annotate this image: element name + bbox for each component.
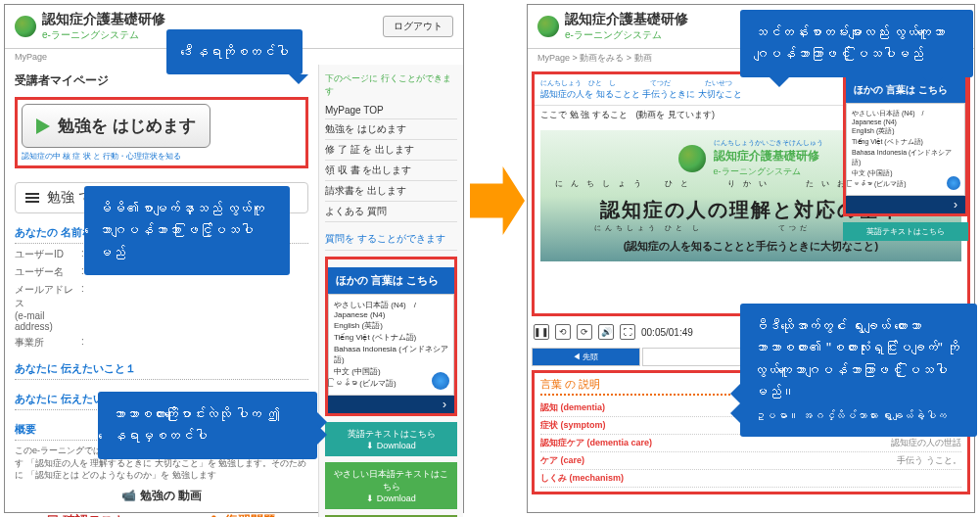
sb-link-1[interactable]: 勉強を はじめます [325,119,457,140]
bottom-links: ☑ 確認テスト ✎ 復習問題 [15,512,308,517]
pause-button[interactable]: ❚❚ [534,324,549,340]
lang-arrow-r[interactable]: › [846,196,965,213]
kw-row-2: 認知症ケア (dementia care)認知症の人の世話 [540,435,961,452]
lang-header: ほかの 言葉は こちら [328,267,454,294]
play-icon [36,118,50,134]
logo-icon [537,16,559,37]
volume-button[interactable]: 🔊 [598,324,614,340]
logo-icon [678,145,706,172]
sidebar-right: 勉強を することができます ほかの 言葉は こちら やさしい日本語 (N4) /… [843,52,968,241]
fullscreen-button[interactable]: ⛶ [620,324,635,340]
right-screenshot: 認知症介護基礎研修 e-ラーニングシステム MyPage > 動画をみる > 動… [527,4,975,513]
lang-2[interactable]: Tiếng Việt (ベトナム語) [334,332,448,343]
sb-link-5[interactable]: よくある 質問 [325,202,457,222]
sidebar: 下のページに 行くことができます MyPage TOP 勉強を はじめます 修 … [318,65,463,517]
sidebar-question[interactable]: 質問を することができます [325,228,457,251]
sb-link-4[interactable]: 請求書を 出します [325,181,457,202]
check-icon: ☑ [47,513,59,517]
review-questions-link[interactable]: ✎ 復習問題 [210,512,276,517]
rewind-button[interactable]: ⟲ [555,324,571,340]
start-label: 勉強を はじめます [58,115,196,137]
callout-3: ဘာသာစကားကိုပြောင်းလဲလို ပါက ဤနေရာမှစတင်ပ… [98,392,317,459]
form-dept: 事業所: [15,336,308,350]
lang-list[interactable]: やさしい日本語 (N4) / Japanese (N4) English (英語… [328,294,454,396]
sidebar-caption: 下のページに 行くことができます [325,72,457,98]
start-redbox: 勉強を はじめます 認知症の中 核 症 状 と 行動・心理症状を知る [15,97,308,168]
start-study-button[interactable]: 勉強を はじめます [22,104,210,148]
nav-first[interactable]: ◀ 先頭 [532,348,640,366]
callout-1: ဒီနေရာကိုစတင်ပါ [166,29,303,74]
logo-icon [15,16,36,37]
lang-arrow[interactable]: › [328,396,454,413]
video-heading: 📹 勉強の 動画 [15,488,308,504]
globe-icon [947,176,960,190]
logout-button[interactable]: ログアウト [383,16,453,37]
lang-0[interactable]: やさしい日本語 (N4) / Japanese (N4) [334,300,448,319]
lang-4[interactable]: 中文 (中国語) [334,366,448,377]
callout-5: ဗီဒီယိုအောက်တွင် ရွေးချယ် ထားသောဘာသာစကား… [740,304,977,437]
kw-row-4: しくみ (mechanism) [540,470,961,488]
lang-redbox-r: ほかの 言葉は こちら やさしい日本語 (N4) / Japanese (N4)… [843,67,968,216]
app-title: 認知症介護基礎研修 [42,11,377,28]
form-email: メールアドレス (e-mail address): [15,283,308,332]
lang-list-r[interactable]: やさしい日本語 (N4) / Japanese (N4) English (英語… [846,103,965,196]
page-title: 受講者マイページ [15,72,308,89]
dl-english[interactable]: 英語テキストはこちら⬇ Download [325,422,457,456]
paren-line: (認知症の人を知ることとと手伝うときに大切なこと) [548,239,954,254]
sb-link-3[interactable]: 領 収 書 を出します [325,161,457,181]
forward-button[interactable]: ⟳ [577,324,592,340]
pencil-icon: ✎ [210,513,221,517]
sb-link-0[interactable]: MyPage TOP [325,102,457,119]
lang-header-r: ほかの 言葉は こちら [846,77,965,103]
time-display: 00:05/01:49 [641,327,693,338]
dl-r[interactable]: 英語テキストはこちら [843,222,968,241]
start-sublabel: 認知症の中 核 症 状 と 行動・心理症状を知る [22,151,302,162]
globe-icon [432,372,449,390]
section-tell1: あなたに 伝えたいこと１ [15,361,308,380]
callout-2: မိမိ၏စာမျက်နှာသည် လွယ်ကူသောဂျပန်ဘာသာ ဖြင… [84,186,290,275]
sb-link-2[interactable]: 修 了 証 を 出します [325,140,457,161]
kw-row-3: ケア (care)手伝う うこと。 [540,452,961,470]
nav-1[interactable] [642,348,751,366]
callout-4: သင်တန်းစာတမ်းများလည်း လွယ်ကူသောဂျပန်ဘာသာ… [740,10,973,77]
lang-3[interactable]: Bahasa Indonesia (インドネシア語) [334,344,448,365]
confirm-test-link[interactable]: ☑ 確認テスト [47,512,126,517]
hamburger-icon [25,193,39,203]
lang-redbox: ほかの 言葉は こちら やさしい日本語 (N4) / Japanese (N4)… [325,257,457,416]
dl-easyjp-text[interactable]: やさしい日本語テキストはこちら⬇ Download [325,462,457,509]
lang-1[interactable]: English (英語) [334,320,448,331]
big-arrow-icon [470,166,525,235]
